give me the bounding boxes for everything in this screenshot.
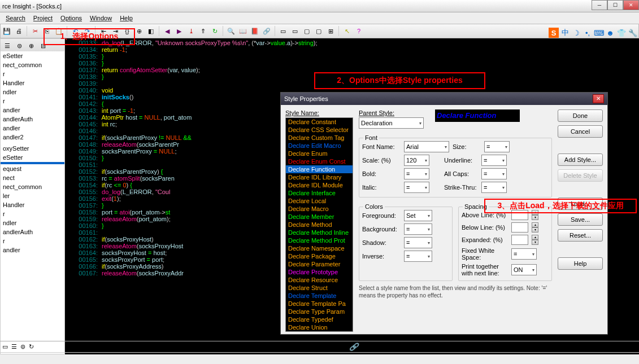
style-list-item[interactable]: Declare CSS Selector <box>286 126 353 134</box>
bold-combo[interactable]: = <box>404 168 429 179</box>
fg-combo[interactable]: Set <box>404 210 432 221</box>
link-icon[interactable]: 🔗 <box>262 26 272 36</box>
ime-punct-icon[interactable]: •, <box>583 28 593 38</box>
sidebar-btn3-icon[interactable]: ⊕ <box>26 41 36 51</box>
book2-icon[interactable]: 📕 <box>250 26 260 36</box>
dialog-titlebar[interactable]: Style Properties ✕ <box>281 93 607 105</box>
undo-icon[interactable]: ↶ <box>70 26 80 36</box>
minimize-button[interactable]: ─ <box>592 0 607 10</box>
panel3-icon[interactable]: ▢ <box>302 26 312 36</box>
above-input[interactable] <box>511 210 528 220</box>
above-spinner[interactable]: ▴▾ <box>532 210 538 220</box>
book-icon[interactable]: 📖 <box>238 26 248 36</box>
underline-combo[interactable]: = <box>481 155 507 166</box>
menu-search[interactable]: Search <box>2 14 29 23</box>
style-list-item[interactable]: Declare Function <box>286 165 353 173</box>
copy-icon[interactable]: ⎘ <box>42 26 52 36</box>
fws-combo[interactable]: = <box>511 248 537 260</box>
add-style-button[interactable]: Add Style... <box>558 154 603 166</box>
menu-help[interactable]: Help <box>116 14 136 23</box>
marker-icon[interactable]: ◧ <box>146 26 156 36</box>
style-list-item[interactable]: Declare Macro <box>286 205 353 213</box>
style-list-item[interactable]: Declare Constant <box>286 118 353 126</box>
back-icon[interactable]: ◀ <box>162 26 172 36</box>
sidebar-item[interactable]: andler <box>1 106 64 115</box>
layout-icon[interactable]: ⊞ <box>325 26 336 36</box>
sidebar-btn4-icon[interactable]: ⊟ <box>38 41 48 51</box>
sidebar-item[interactable]: equest <box>1 164 64 173</box>
redo-icon[interactable]: ↷ <box>82 26 92 36</box>
style-list-item[interactable]: Declare Member <box>286 213 353 221</box>
sidebar-item[interactable]: andlerAuth <box>1 227 64 236</box>
help-button[interactable]: Help <box>558 257 603 270</box>
below-spinner[interactable]: ▴▾ <box>532 222 538 233</box>
cursor-icon[interactable]: ↖ <box>342 26 352 36</box>
style-list[interactable]: Declare ConstantDeclare CSS SelectorDecl… <box>285 117 353 332</box>
sidebar-item[interactable]: nect_common <box>1 60 64 69</box>
style-list-item[interactable]: Declare Method Prot <box>286 236 353 244</box>
below-input[interactable] <box>511 222 528 233</box>
strike-combo[interactable]: = <box>481 182 507 193</box>
inverse-combo[interactable]: = <box>404 251 432 262</box>
cut-icon[interactable]: ✂ <box>30 26 40 36</box>
refresh-icon[interactable]: ↻ <box>210 26 220 36</box>
shadow-combo[interactable]: = <box>404 237 432 248</box>
ime-moon-icon[interactable]: ☽ <box>571 28 581 38</box>
sidebar-item[interactable]: andler2 <box>1 133 64 142</box>
scale-combo[interactable]: 120 <box>404 155 429 166</box>
style-list-item[interactable]: Declare Template Pa <box>286 300 353 308</box>
style-list-item[interactable]: Declare Parameter <box>286 260 353 268</box>
fwd-icon[interactable]: ▶ <box>174 26 184 36</box>
jump-icon[interactable]: ⤓ <box>186 26 196 36</box>
allcaps-combo[interactable]: = <box>481 168 507 179</box>
style-list-item[interactable]: Declare Method <box>286 221 353 229</box>
sidebar-item[interactable]: r <box>1 97 64 106</box>
sidebar-item[interactable]: oxySetter <box>1 144 64 153</box>
parent-style-combo[interactable]: Declaration <box>359 117 424 129</box>
print-together-combo[interactable]: ON <box>511 264 537 275</box>
ime-face-icon[interactable]: ☻ <box>605 28 615 38</box>
style-list-item[interactable]: Declare Template <box>286 292 353 300</box>
panel4-icon[interactable]: ▢ <box>314 26 324 36</box>
sb-icon4[interactable]: ↻ <box>29 343 34 350</box>
sidebar-btn1-icon[interactable]: ☰ <box>2 41 12 51</box>
sidebar-item[interactable]: eSetter <box>1 51 64 60</box>
sb-icon2[interactable]: ☰ <box>11 343 17 350</box>
cancel-button[interactable]: Cancel <box>558 125 603 138</box>
style-list-item[interactable]: Declare Package <box>286 252 353 260</box>
bracket-icon[interactable]: {} <box>122 26 132 36</box>
sidebar-btn2-icon[interactable]: ⊜ <box>14 41 24 51</box>
print-icon[interactable]: 🖨 <box>14 26 24 36</box>
sidebar-item[interactable]: andler <box>1 245 64 255</box>
style-list-item[interactable]: Declare Edit Macro <box>286 142 353 150</box>
search-icon[interactable]: 🔍 <box>226 26 236 36</box>
style-list-item[interactable]: Declare Enum Const <box>286 157 353 165</box>
help-icon[interactable]: ? <box>354 26 364 36</box>
font-name-combo[interactable]: Arial <box>404 141 449 152</box>
ime-shirt-icon[interactable]: 👕 <box>616 28 627 38</box>
menu-options[interactable]: Options <box>57 14 85 23</box>
panel2-icon[interactable]: ▭ <box>290 26 300 36</box>
style-list-item[interactable]: Declare Type Param <box>286 308 353 315</box>
bg-combo[interactable]: = <box>404 223 432 235</box>
menu-window[interactable]: Window <box>86 14 115 23</box>
menu-project[interactable]: Project <box>30 14 56 23</box>
paste-icon[interactable]: 📋 <box>54 26 64 36</box>
style-list-item[interactable]: Declare Prototype <box>286 268 353 276</box>
style-list-item[interactable]: Declare Method Inline <box>286 229 353 236</box>
sidebar-item[interactable]: nect_common <box>1 182 64 191</box>
style-list-item[interactable]: Declare Resource <box>286 276 353 284</box>
style-list-item[interactable]: Declare Custom Tag <box>286 134 353 142</box>
ime-tool-icon[interactable]: 🔧 <box>628 28 638 38</box>
panel1-icon[interactable]: ▭ <box>278 26 288 36</box>
sidebar-item[interactable]: r <box>1 69 64 78</box>
style-list-item[interactable]: Declare Interface <box>286 189 353 197</box>
up-icon[interactable]: ⇑ <box>198 26 208 36</box>
style-list-item[interactable]: Declare Union <box>286 323 353 331</box>
style-list-item[interactable]: Declare Typedef <box>286 315 353 323</box>
style-list-item[interactable]: Declare Local <box>286 197 353 205</box>
sidebar-item[interactable]: andler <box>1 124 64 133</box>
reset-button[interactable]: Reset... <box>558 229 603 242</box>
save-icon[interactable]: 💾 <box>2 26 12 36</box>
sidebar-item[interactable]: andlerAuth <box>1 115 64 124</box>
